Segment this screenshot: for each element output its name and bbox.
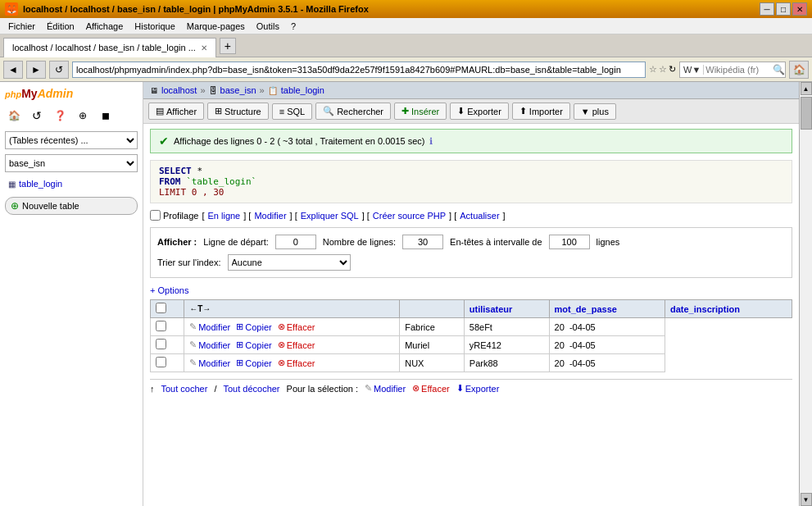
scroll-thumb[interactable]	[801, 97, 812, 130]
breadcrumb-table-login[interactable]: table_login	[281, 85, 324, 95]
maximize-button[interactable]: □	[776, 2, 791, 16]
row2-utilisateur-cell: Muriel	[400, 336, 465, 354]
row1-checkbox[interactable]	[156, 321, 166, 331]
content-scroll: ✔ Affichage des lignes 0 - 2 ( ~3 total …	[143, 124, 799, 506]
table-icon: ▦	[8, 180, 16, 189]
breadcrumb-base-isn[interactable]: base_isn	[220, 85, 256, 95]
row3-modifier-link[interactable]: ✎ Modifier	[189, 358, 230, 368]
toolbar-afficher-button[interactable]: ▤ Afficher	[148, 103, 204, 120]
row2-modifier-link[interactable]: ✎ Modifier	[189, 340, 230, 350]
new-table-icon: ⊕	[11, 200, 19, 212]
expliquer-sql-link[interactable]: Expliquer SQL	[301, 211, 359, 221]
search-engine-label[interactable]: W▼	[683, 65, 704, 75]
creer-source-php-link[interactable]: Créer source PHP	[373, 211, 446, 221]
nb-lignes-input[interactable]	[402, 235, 443, 249]
toolbar-exporter-button[interactable]: ⬇ Exporter	[450, 103, 509, 120]
structure-icon: ⊞	[215, 106, 222, 116]
row3-actions-cell: ✎ Modifier ⊞ Copier ⊗ Effacer	[184, 354, 400, 372]
sidebar-settings-icon[interactable]: ⊕	[74, 107, 92, 125]
home-button[interactable]: 🏠	[789, 61, 809, 79]
new-table-button[interactable]: ⊕ Nouvelle table	[5, 197, 138, 215]
scroll-up-button[interactable]: ▲	[801, 82, 812, 95]
sidebar-home-icon[interactable]: 🏠	[5, 107, 23, 125]
row1-utilisateur-cell: Fabrice	[400, 318, 465, 336]
plus-options-link[interactable]: + Options	[150, 285, 188, 295]
search-go-icon[interactable]: 🔍	[773, 64, 785, 75]
profilage-checkbox[interactable]	[150, 210, 161, 221]
title-bar: 🦊 localhost / localhost / base_isn / tab…	[0, 0, 812, 18]
reload-button[interactable]: ↺	[49, 61, 69, 79]
menu-historique[interactable]: Historique	[129, 20, 180, 33]
minimize-button[interactable]: ─	[760, 2, 774, 16]
bottom-exporter-link[interactable]: ⬇ Exporter	[456, 383, 500, 394]
row3-checkbox[interactable]	[156, 357, 166, 367]
right-scrollbar[interactable]: ▲ ▼	[799, 82, 812, 506]
row2-checkbox[interactable]	[156, 339, 166, 349]
search-input[interactable]	[705, 65, 771, 75]
row1-effacer-link[interactable]: ⊗ Effacer	[278, 321, 315, 332]
modifier-query-link[interactable]: Modifier	[254, 211, 286, 221]
row1-modifier-link[interactable]: ✎ Modifier	[189, 321, 230, 332]
bottom-modifier-link[interactable]: ✎ Modifier	[365, 383, 406, 394]
sidebar-table-item[interactable]: ▦ table_login	[5, 177, 138, 190]
back-button[interactable]: ◄	[3, 61, 23, 79]
bookmark-star2[interactable]: ☆	[659, 64, 667, 75]
bottom-effacer-link[interactable]: ⊗ Effacer	[412, 383, 450, 394]
toolbar-plus-button[interactable]: ▼ plus	[574, 103, 616, 120]
scroll-down-button[interactable]: ▼	[801, 493, 812, 506]
menu-edition[interactable]: Édition	[42, 20, 79, 33]
sidebar-info-icon[interactable]: ❓	[51, 107, 69, 125]
col-utilisateur-header[interactable]: utilisateur	[464, 300, 549, 318]
sql-query-box: SELECT * FROM `table_login` LIMIT 0 , 30	[150, 160, 792, 203]
row3-effacer-link[interactable]: ⊗ Effacer	[278, 358, 315, 368]
close-button[interactable]: ✕	[792, 2, 807, 16]
row2-effacer-link[interactable]: ⊗ Effacer	[278, 340, 315, 350]
menu-fichier[interactable]: Fichier	[3, 20, 40, 33]
tab-close-icon[interactable]: ✕	[201, 43, 207, 52]
tout-decocher-link[interactable]: Tout décocher	[223, 384, 279, 394]
sort-index-select[interactable]: Aucune	[228, 254, 351, 271]
menu-affichage[interactable]: Affichage	[81, 20, 129, 33]
menu-help[interactable]: ?	[286, 20, 301, 33]
en-ligne-link[interactable]: En ligne	[207, 211, 240, 221]
bookmark-star[interactable]: ☆	[649, 64, 657, 75]
mot-de-passe-sort-link[interactable]: mot_de_passe	[555, 304, 617, 314]
recent-tables-dropdown[interactable]: (Tables récentes) ...	[5, 131, 138, 149]
browser-tab[interactable]: localhost / localhost / base_isn / table…	[3, 38, 216, 57]
toolbar-rechercher-button[interactable]: 🔍 Rechercher	[315, 103, 391, 120]
breadcrumb-localhost[interactable]: localhost	[161, 85, 197, 95]
toolbar-inserer-button[interactable]: ✚ Insérer	[394, 103, 447, 120]
actualiser-link[interactable]: Actualiser	[460, 211, 499, 221]
sql-select-keyword: SELECT	[159, 166, 192, 176]
inserer-icon: ✚	[401, 106, 409, 116]
select-all-checkbox[interactable]	[156, 303, 166, 313]
info-icon[interactable]: ℹ	[429, 136, 433, 147]
address-input[interactable]	[72, 62, 646, 78]
menu-marque-pages[interactable]: Marque-pages	[182, 20, 250, 33]
row2-copier-link[interactable]: ⊞ Copier	[236, 340, 271, 350]
sidebar-refresh-icon[interactable]: ↺	[28, 107, 46, 125]
en-tetes-input[interactable]	[549, 235, 590, 249]
row1-copier-link[interactable]: ⊞ Copier	[236, 321, 271, 332]
window-controls[interactable]: ─ □ ✕	[760, 2, 807, 16]
database-select[interactable]: base_isn	[5, 154, 138, 172]
sidebar-extra-icon[interactable]: ◼	[97, 107, 115, 125]
table-row: ✎ Modifier ⊞ Copier ⊗ Effacer NUX Park88…	[151, 354, 792, 372]
sort-row: Trier sur l'index: Aucune	[157, 254, 785, 271]
utilisateur-sort-link[interactable]: utilisateur	[470, 304, 513, 314]
forward-button[interactable]: ►	[26, 61, 46, 79]
col-mot-de-passe-header[interactable]: mot_de_passe	[549, 300, 665, 318]
col-date-inscription-header[interactable]: date_inscription	[665, 300, 792, 318]
row3-copier-link[interactable]: ⊞ Copier	[236, 358, 271, 368]
search-box[interactable]: W▼ 🔍	[679, 62, 786, 78]
refresh-icon[interactable]: ↻	[669, 64, 676, 75]
date-inscription-sort-link[interactable]: date_inscription	[670, 304, 740, 314]
ligne-depart-input[interactable]	[275, 235, 316, 249]
toolbar-importer-button[interactable]: ⬆ Importer	[512, 103, 570, 120]
profilage-checkbox-container[interactable]: Profilage	[150, 210, 198, 221]
tout-cocher-link[interactable]: Tout cocher	[161, 384, 208, 394]
menu-outils[interactable]: Outils	[252, 20, 284, 33]
toolbar-structure-button[interactable]: ⊞ Structure	[207, 103, 269, 120]
new-tab-button[interactable]: +	[220, 38, 236, 54]
toolbar-sql-button[interactable]: ≡ SQL	[272, 103, 312, 120]
